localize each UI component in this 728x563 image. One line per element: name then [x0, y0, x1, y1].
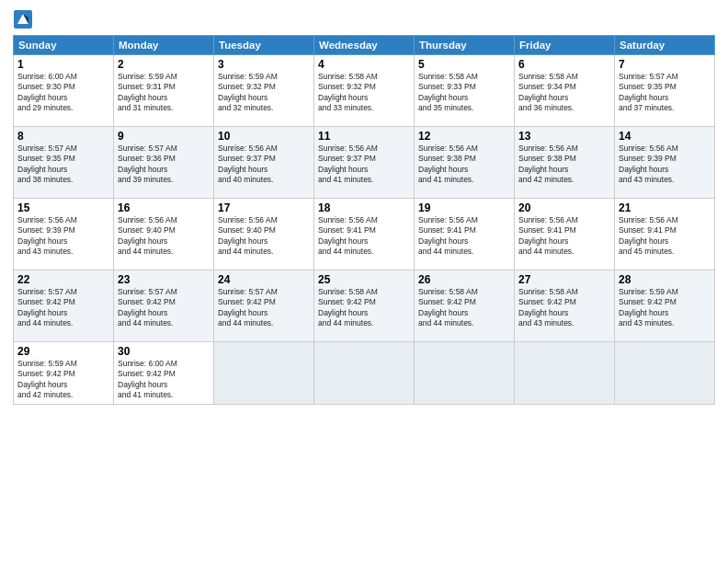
calendar-day-cell: 1 Sunrise: 6:00 AM Sunset: 9:30 PM Dayli… [14, 55, 114, 127]
calendar-day-cell: 2 Sunrise: 5:59 AM Sunset: 9:31 PM Dayli… [114, 55, 214, 127]
day-number: 1 [17, 58, 109, 71]
day-number: 10 [218, 130, 310, 143]
day-info: Sunrise: 5:58 AM Sunset: 9:33 PM Dayligh… [418, 72, 510, 114]
day-number: 4 [318, 58, 410, 71]
calendar-day-cell: 28 Sunrise: 5:59 AM Sunset: 9:42 PM Dayl… [615, 270, 715, 342]
calendar-col-header: Friday [515, 36, 615, 55]
calendar-day-cell: 29 Sunrise: 5:59 AM Sunset: 9:42 PM Dayl… [14, 342, 114, 405]
day-number: 7 [619, 58, 711, 71]
day-info: Sunrise: 5:57 AM Sunset: 9:35 PM Dayligh… [619, 72, 711, 114]
header [13, 9, 715, 29]
day-number: 8 [17, 130, 109, 143]
calendar-header-row: SundayMondayTuesdayWednesdayThursdayFrid… [14, 36, 715, 55]
day-number: 25 [318, 273, 410, 286]
day-info: Sunrise: 5:59 AM Sunset: 9:42 PM Dayligh… [619, 287, 711, 329]
day-number: 22 [17, 273, 109, 286]
day-info: Sunrise: 5:59 AM Sunset: 9:31 PM Dayligh… [118, 72, 210, 114]
calendar-day-cell: 5 Sunrise: 5:58 AM Sunset: 9:33 PM Dayli… [415, 55, 515, 127]
day-number: 20 [518, 201, 610, 214]
day-info: Sunrise: 5:59 AM Sunset: 9:42 PM Dayligh… [17, 359, 109, 401]
calendar-day-cell [214, 342, 314, 405]
calendar-day-cell: 15 Sunrise: 5:56 AM Sunset: 9:39 PM Dayl… [14, 199, 114, 270]
calendar-day-cell: 6 Sunrise: 5:58 AM Sunset: 9:34 PM Dayli… [515, 55, 615, 127]
calendar-day-cell: 22 Sunrise: 5:57 AM Sunset: 9:42 PM Dayl… [14, 270, 114, 342]
day-info: Sunrise: 5:57 AM Sunset: 9:42 PM Dayligh… [218, 287, 310, 329]
day-info: Sunrise: 5:56 AM Sunset: 9:41 PM Dayligh… [318, 215, 410, 258]
calendar: SundayMondayTuesdayWednesdayThursdayFrid… [13, 35, 715, 405]
calendar-day-cell [515, 342, 615, 405]
day-number: 27 [518, 273, 610, 286]
calendar-day-cell: 30 Sunrise: 6:00 AM Sunset: 9:42 PM Dayl… [114, 342, 214, 405]
day-info: Sunrise: 5:58 AM Sunset: 9:42 PM Dayligh… [418, 287, 510, 329]
day-number: 14 [619, 130, 711, 143]
day-number: 11 [318, 130, 410, 143]
day-number: 23 [118, 273, 210, 286]
calendar-day-cell: 3 Sunrise: 5:59 AM Sunset: 9:32 PM Dayli… [214, 55, 314, 127]
day-info: Sunrise: 5:58 AM Sunset: 9:32 PM Dayligh… [318, 72, 410, 114]
day-number: 5 [418, 58, 510, 71]
day-number: 30 [118, 345, 210, 358]
day-info: Sunrise: 5:56 AM Sunset: 9:38 PM Dayligh… [518, 144, 610, 186]
day-number: 19 [418, 201, 510, 214]
calendar-day-cell: 24 Sunrise: 5:57 AM Sunset: 9:42 PM Dayl… [214, 270, 314, 342]
calendar-day-cell [314, 342, 415, 405]
day-number: 12 [418, 130, 510, 143]
calendar-col-header: Thursday [415, 36, 515, 55]
day-number: 17 [218, 201, 310, 214]
day-info: Sunrise: 5:58 AM Sunset: 9:42 PM Dayligh… [518, 287, 610, 329]
day-number: 13 [518, 130, 610, 143]
calendar-col-header: Saturday [615, 36, 715, 55]
calendar-col-header: Tuesday [214, 36, 314, 55]
day-number: 16 [118, 201, 210, 214]
day-info: Sunrise: 5:56 AM Sunset: 9:41 PM Dayligh… [518, 215, 610, 258]
day-info: Sunrise: 5:56 AM Sunset: 9:41 PM Dayligh… [418, 215, 510, 258]
day-info: Sunrise: 5:56 AM Sunset: 9:37 PM Dayligh… [318, 144, 410, 186]
day-info: Sunrise: 5:56 AM Sunset: 9:39 PM Dayligh… [619, 144, 711, 186]
day-number: 9 [118, 130, 210, 143]
calendar-day-cell: 13 Sunrise: 5:56 AM Sunset: 9:38 PM Dayl… [515, 127, 615, 199]
day-number: 24 [218, 273, 310, 286]
day-info: Sunrise: 5:56 AM Sunset: 9:40 PM Dayligh… [218, 215, 310, 258]
calendar-day-cell: 9 Sunrise: 5:57 AM Sunset: 9:36 PM Dayli… [114, 127, 214, 199]
calendar-week-row: 8 Sunrise: 5:57 AM Sunset: 9:35 PM Dayli… [14, 127, 715, 199]
calendar-day-cell: 19 Sunrise: 5:56 AM Sunset: 9:41 PM Dayl… [415, 199, 515, 270]
day-info: Sunrise: 5:56 AM Sunset: 9:41 PM Dayligh… [619, 215, 711, 258]
day-info: Sunrise: 5:56 AM Sunset: 9:39 PM Dayligh… [17, 215, 109, 258]
calendar-day-cell: 25 Sunrise: 5:58 AM Sunset: 9:42 PM Dayl… [314, 270, 415, 342]
calendar-week-row: 1 Sunrise: 6:00 AM Sunset: 9:30 PM Dayli… [14, 55, 715, 127]
calendar-week-row: 29 Sunrise: 5:59 AM Sunset: 9:42 PM Dayl… [14, 342, 715, 405]
page: SundayMondayTuesdayWednesdayThursdayFrid… [0, 0, 728, 563]
calendar-day-cell [415, 342, 515, 405]
calendar-col-header: Wednesday [314, 36, 415, 55]
day-number: 6 [518, 58, 610, 71]
day-number: 18 [318, 201, 410, 214]
day-number: 28 [619, 273, 711, 286]
day-number: 26 [418, 273, 510, 286]
day-number: 21 [619, 201, 711, 214]
day-info: Sunrise: 6:00 AM Sunset: 9:30 PM Dayligh… [17, 72, 109, 114]
calendar-day-cell: 10 Sunrise: 5:56 AM Sunset: 9:37 PM Dayl… [214, 127, 314, 199]
calendar-day-cell: 12 Sunrise: 5:56 AM Sunset: 9:38 PM Dayl… [415, 127, 515, 199]
day-number: 15 [17, 201, 109, 214]
calendar-day-cell: 26 Sunrise: 5:58 AM Sunset: 9:42 PM Dayl… [415, 270, 515, 342]
day-number: 3 [218, 58, 310, 71]
calendar-day-cell: 16 Sunrise: 5:56 AM Sunset: 9:40 PM Dayl… [114, 199, 214, 270]
calendar-week-row: 15 Sunrise: 5:56 AM Sunset: 9:39 PM Dayl… [14, 199, 715, 270]
calendar-day-cell: 4 Sunrise: 5:58 AM Sunset: 9:32 PM Dayli… [314, 55, 415, 127]
calendar-day-cell [615, 342, 715, 405]
day-info: Sunrise: 5:57 AM Sunset: 9:35 PM Dayligh… [17, 144, 109, 186]
calendar-col-header: Sunday [14, 36, 114, 55]
logo [13, 9, 35, 29]
calendar-day-cell: 20 Sunrise: 5:56 AM Sunset: 9:41 PM Dayl… [515, 199, 615, 270]
day-number: 29 [17, 345, 109, 358]
day-info: Sunrise: 5:59 AM Sunset: 9:32 PM Dayligh… [218, 72, 310, 114]
day-info: Sunrise: 5:58 AM Sunset: 9:34 PM Dayligh… [518, 72, 610, 114]
day-info: Sunrise: 5:56 AM Sunset: 9:37 PM Dayligh… [218, 144, 310, 186]
calendar-day-cell: 17 Sunrise: 5:56 AM Sunset: 9:40 PM Dayl… [214, 199, 314, 270]
day-info: Sunrise: 5:57 AM Sunset: 9:42 PM Dayligh… [118, 287, 210, 329]
calendar-day-cell: 27 Sunrise: 5:58 AM Sunset: 9:42 PM Dayl… [515, 270, 615, 342]
calendar-day-cell: 8 Sunrise: 5:57 AM Sunset: 9:35 PM Dayli… [14, 127, 114, 199]
calendar-day-cell: 7 Sunrise: 5:57 AM Sunset: 9:35 PM Dayli… [615, 55, 715, 127]
day-info: Sunrise: 5:58 AM Sunset: 9:42 PM Dayligh… [318, 287, 410, 329]
calendar-col-header: Monday [114, 36, 214, 55]
